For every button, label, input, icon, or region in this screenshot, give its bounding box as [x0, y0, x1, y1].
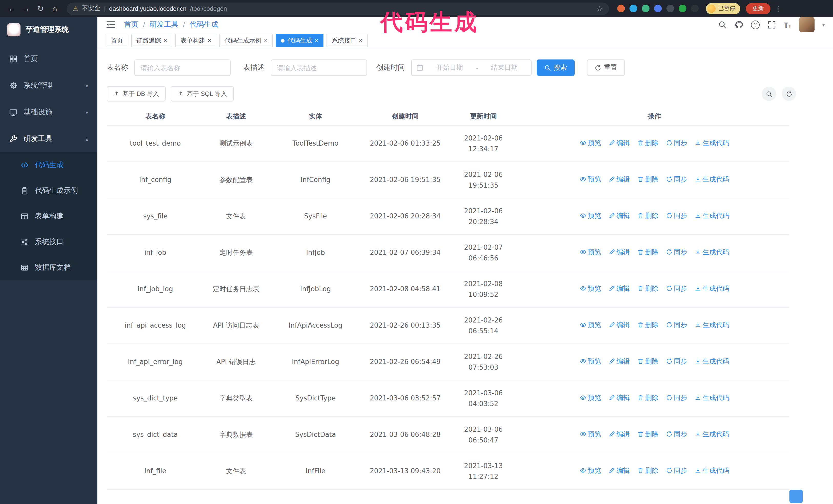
generate-link[interactable]: 生成代码	[694, 392, 729, 403]
generate-link[interactable]: 生成代码	[694, 247, 729, 257]
sidebar-item-db-doc[interactable]: 数据库文档	[0, 255, 97, 281]
delete-link[interactable]: 删除	[637, 137, 659, 148]
import-sql-button[interactable]: 基于 SQL 导入	[171, 86, 234, 101]
generate-link[interactable]: 生成代码	[694, 356, 729, 367]
delete-link[interactable]: 删除	[637, 174, 659, 185]
close-icon[interactable]: ×	[208, 38, 211, 44]
sidebar-item-home[interactable]: 首页	[0, 46, 97, 72]
preview-link[interactable]: 预览	[579, 429, 601, 439]
edit-link[interactable]: 编辑	[608, 465, 630, 476]
toggle-search-button[interactable]	[762, 87, 776, 101]
delete-link[interactable]: 删除	[637, 283, 659, 294]
extension-icon-1[interactable]	[617, 5, 625, 12]
preview-link[interactable]: 预览	[579, 210, 601, 221]
edit-link[interactable]: 编辑	[608, 283, 630, 294]
profile-paused-chip[interactable]: 已暂停	[706, 3, 740, 14]
browser-update-button[interactable]: 更新	[746, 3, 770, 14]
breadcrumb-dev-tools[interactable]: 研发工具	[150, 20, 178, 29]
extension-icon-5[interactable]	[666, 5, 674, 12]
font-size-icon[interactable]: TT	[784, 20, 791, 29]
search-button[interactable]: 搜索	[537, 59, 575, 76]
close-icon[interactable]: ×	[359, 38, 362, 44]
sidebar-item-dev-tools[interactable]: 研发工具 ▴	[0, 126, 97, 152]
generate-link[interactable]: 生成代码	[694, 283, 729, 294]
user-avatar[interactable]	[799, 17, 814, 32]
delete-link[interactable]: 删除	[637, 319, 659, 330]
delete-link[interactable]: 删除	[637, 465, 659, 476]
extension-icon-7[interactable]	[691, 5, 699, 12]
sync-link[interactable]: 同步	[666, 356, 687, 367]
sidebar-item-form-builder[interactable]: 表单构建	[0, 203, 97, 229]
app-logo[interactable]: 芋道管理系统	[0, 17, 97, 43]
preview-link[interactable]: 预览	[579, 356, 601, 367]
table-name-input[interactable]	[134, 59, 231, 76]
edit-link[interactable]: 编辑	[608, 356, 630, 367]
edit-link[interactable]: 编辑	[608, 429, 630, 439]
delete-link[interactable]: 删除	[637, 392, 659, 403]
sync-link[interactable]: 同步	[666, 319, 687, 330]
preview-link[interactable]: 预览	[579, 319, 601, 330]
tab-home[interactable]: 首页	[105, 34, 128, 47]
preview-link[interactable]: 预览	[579, 137, 601, 148]
preview-link[interactable]: 预览	[579, 247, 601, 257]
extension-icon-3[interactable]	[642, 5, 649, 12]
edit-link[interactable]: 编辑	[608, 210, 630, 221]
extension-icon-4[interactable]	[654, 5, 662, 12]
edit-link[interactable]: 编辑	[608, 392, 630, 403]
table-desc-input[interactable]	[271, 59, 367, 76]
breadcrumb-home[interactable]: 首页	[124, 20, 138, 29]
close-icon[interactable]: ×	[264, 38, 268, 44]
edit-link[interactable]: 编辑	[608, 137, 630, 148]
generate-link[interactable]: 生成代码	[694, 429, 729, 439]
browser-back-button[interactable]: ←	[5, 2, 19, 15]
browser-reload-button[interactable]: ↻	[34, 2, 47, 15]
address-bar[interactable]: ⚠ 不安全 | dashboard.yudao.iocoder.cn/tool/…	[67, 2, 609, 15]
sidebar-item-infrastructure[interactable]: 基础设施 ▾	[0, 99, 97, 126]
edit-link[interactable]: 编辑	[608, 247, 630, 257]
search-icon[interactable]	[718, 20, 727, 29]
generate-link[interactable]: 生成代码	[694, 174, 729, 185]
edit-link[interactable]: 编辑	[608, 174, 630, 185]
sync-link[interactable]: 同步	[666, 392, 687, 403]
tab-form-builder[interactable]: 表单构建 ×	[175, 34, 216, 47]
caret-down-icon[interactable]: ▾	[822, 22, 825, 27]
sync-link[interactable]: 同步	[666, 210, 687, 221]
delete-link[interactable]: 删除	[637, 429, 659, 439]
tab-codegen-example[interactable]: 代码生成示例 ×	[219, 34, 273, 47]
generate-link[interactable]: 生成代码	[694, 465, 729, 476]
sync-link[interactable]: 同步	[666, 465, 687, 476]
extension-icon-2[interactable]	[629, 5, 637, 12]
edit-link[interactable]: 编辑	[608, 319, 630, 330]
delete-link[interactable]: 删除	[637, 210, 659, 221]
generate-link[interactable]: 生成代码	[694, 137, 729, 148]
sidebar-item-system-api[interactable]: 系统接口	[0, 229, 97, 255]
preview-link[interactable]: 预览	[579, 465, 601, 476]
security-label[interactable]: 不安全	[82, 4, 100, 13]
sync-link[interactable]: 同步	[666, 429, 687, 439]
close-icon[interactable]: ×	[164, 38, 167, 44]
close-icon[interactable]: ×	[315, 38, 318, 44]
browser-forward-button[interactable]: →	[20, 2, 33, 15]
tab-codegen[interactable]: 代码生成 ×	[276, 34, 324, 47]
generate-link[interactable]: 生成代码	[694, 210, 729, 221]
sync-link[interactable]: 同步	[666, 174, 687, 185]
extension-icon-6[interactable]	[679, 5, 686, 12]
sync-link[interactable]: 同步	[666, 137, 687, 148]
delete-link[interactable]: 删除	[637, 356, 659, 367]
browser-home-button[interactable]: ⌂	[48, 2, 62, 15]
preview-link[interactable]: 预览	[579, 174, 601, 185]
date-range-picker[interactable]: 开始日期 - 结束日期	[411, 59, 531, 76]
back-to-top-button[interactable]	[789, 490, 803, 503]
preview-link[interactable]: 预览	[579, 392, 601, 403]
bookmark-star-icon[interactable]: ☆	[596, 4, 603, 13]
tab-link-trace[interactable]: 链路追踪 ×	[131, 34, 172, 47]
reset-button[interactable]: 重置	[587, 59, 625, 76]
browser-menu-icon[interactable]: ⋮	[775, 4, 782, 13]
sync-link[interactable]: 同步	[666, 283, 687, 294]
sync-link[interactable]: 同步	[666, 247, 687, 257]
import-db-button[interactable]: 基于 DB 导入	[106, 86, 166, 101]
delete-link[interactable]: 删除	[637, 247, 659, 257]
refresh-table-button[interactable]	[782, 87, 796, 101]
sidebar-item-system-management[interactable]: 系统管理 ▾	[0, 72, 97, 99]
tab-system-api[interactable]: 系统接口 ×	[327, 34, 367, 47]
